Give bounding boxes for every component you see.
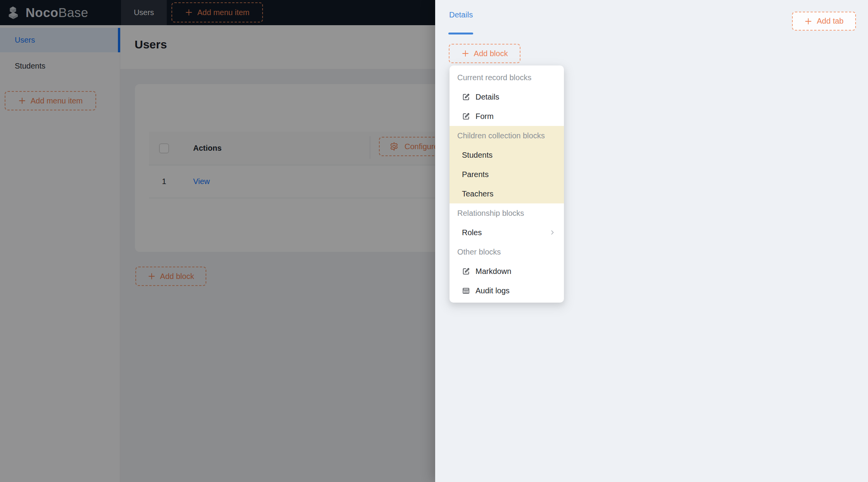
menu-group-relationship-blocks: Relationship blocks Roles <box>450 203 564 242</box>
add-tab-label: Add tab <box>817 17 844 26</box>
menu-item-audit-logs[interactable]: Audit logs <box>450 281 564 300</box>
table-icon <box>462 287 470 295</box>
add-tab-button[interactable]: Add tab <box>792 12 856 31</box>
menu-item-label: Students <box>462 151 493 160</box>
form-icon <box>462 93 470 101</box>
menu-item-label: Markdown <box>475 267 511 276</box>
menu-item-students[interactable]: Students <box>450 145 564 165</box>
plus-icon <box>462 50 469 57</box>
menu-item-form[interactable]: Form <box>450 107 564 126</box>
menu-group-label: Other blocks <box>450 242 564 262</box>
drawer-mask[interactable] <box>0 0 435 482</box>
plus-icon <box>804 17 812 25</box>
menu-item-details[interactable]: Details <box>450 87 564 107</box>
menu-group-current-record-blocks: Current record blocks Details <box>450 68 564 126</box>
menu-item-markdown[interactable]: Markdown <box>450 262 564 281</box>
menu-item-teachers[interactable]: Teachers <box>450 184 564 203</box>
drawer-add-block-label: Add block <box>474 49 508 58</box>
form-icon <box>462 267 470 275</box>
chevron-right-icon <box>549 229 555 236</box>
nocobase-app: NocoBase Users Add menu item Users Stude… <box>0 0 868 482</box>
menu-item-label: Roles <box>462 228 482 237</box>
menu-item-parents[interactable]: Parents <box>450 165 564 184</box>
menu-item-label: Teachers <box>462 189 493 198</box>
record-drawer: Details Add tab Add block Current record… <box>435 0 868 482</box>
add-block-menu: Current record blocks Details <box>450 65 564 303</box>
menu-group-label: Relationship blocks <box>450 203 564 223</box>
menu-item-label: Form <box>475 112 494 121</box>
menu-item-label: Parents <box>462 170 489 179</box>
tab-details[interactable]: Details <box>449 10 473 19</box>
menu-group-children-collection-blocks: Children collection blocks Students Pare… <box>450 126 564 203</box>
details-tab-underline <box>448 33 473 34</box>
menu-group-label: Children collection blocks <box>450 126 564 145</box>
menu-item-label: Audit logs <box>475 286 510 295</box>
menu-item-label: Details <box>475 93 499 102</box>
drawer-add-block-button[interactable]: Add block <box>449 44 520 63</box>
menu-group-label: Current record blocks <box>450 68 564 87</box>
menu-item-roles[interactable]: Roles <box>450 223 564 242</box>
form-icon <box>462 112 470 120</box>
menu-group-other-blocks: Other blocks Markdown <box>450 242 564 300</box>
